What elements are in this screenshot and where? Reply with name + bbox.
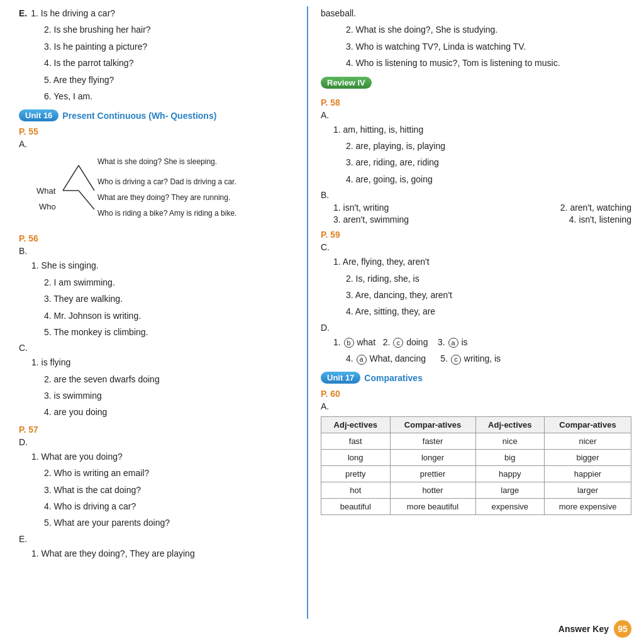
diagram-area: What Who What is she doing? She is sleep… <box>25 153 294 228</box>
rc-item-4: 4. Are, sitting, they, are <box>321 304 631 318</box>
table-header-2: Compar-atives <box>390 417 475 433</box>
page-57: P. 57 <box>19 425 294 435</box>
row2-col4: bigger <box>545 450 631 466</box>
page-number-circle: 95 <box>614 620 631 638</box>
svg-text:What are they doing? They are : What are they doing? They are running. <box>97 193 230 202</box>
row1-col2: faster <box>390 433 475 450</box>
unit16-header: Unit 16 Present Continuous (Wh- Question… <box>19 109 294 121</box>
rd-row1: 1. b what 2. c doing 3. a is <box>321 335 631 349</box>
svg-text:What is she doing? She is slee: What is she doing? She is sleeping. <box>97 157 217 166</box>
table-row: hot hotter large larger <box>321 482 631 499</box>
circle-c2: c <box>451 355 461 365</box>
unit16-badge: Unit 16 <box>19 109 58 121</box>
rc-item-1: 1. Are, flying, they, aren't <box>321 255 631 269</box>
rb-col1-2: 3. aren't, swimming <box>333 214 409 225</box>
comparatives-table-wrapper: Adj-ectives Compar-atives Adj-ectives Co… <box>321 416 631 515</box>
rb-col2-1: 2. aren't, watching <box>560 203 631 213</box>
svg-text:Who is riding a bike? Amy is r: Who is riding a bike? Amy is riding a bi… <box>97 209 236 218</box>
page-55: P. 55 <box>19 126 294 136</box>
section-b-label: B. <box>19 246 294 256</box>
rb-row-2: 3. aren't, swimming 4. isn't, listening <box>321 214 631 225</box>
table-header-4: Compar-atives <box>545 417 631 433</box>
page-58: P. 58 <box>321 97 631 108</box>
section-e-item-6: 6. Yes, I am. <box>19 89 294 103</box>
row3-col3: happy <box>475 466 545 482</box>
right-section-b-label: B. <box>321 190 631 200</box>
table-header-3: Adj-ectives <box>475 417 545 433</box>
unit17-badge: Unit 17 <box>321 372 360 384</box>
right-section-d-label: D. <box>321 323 631 333</box>
row4-col4: larger <box>545 482 631 499</box>
review-iv-badge-container: Review IV <box>321 77 631 92</box>
rb-row-1: 1. isn't, writing 2. aren't, watching <box>321 203 631 213</box>
row2-col1: long <box>321 450 391 466</box>
footer: Answer Key 95 <box>558 620 631 638</box>
right-section-c-label: C. <box>321 242 631 252</box>
table-row: long longer big bigger <box>321 450 631 466</box>
answer-key-label: Answer Key <box>558 624 609 634</box>
c-item-3: 3. is swimming <box>19 389 294 402</box>
row5-col4: more expensive <box>545 499 631 515</box>
row2-col2: longer <box>390 450 475 466</box>
row1-col3: nice <box>475 433 545 450</box>
svg-line-0 <box>63 165 79 191</box>
d-item-3: 3. What is the cat doing? <box>19 483 294 497</box>
table-header-1: Adj-ectives <box>321 417 391 433</box>
circle-a2: a <box>357 355 367 365</box>
svg-text:Who is driving a car? Dad is d: Who is driving a car? Dad is driving a c… <box>97 177 236 186</box>
svg-line-3 <box>79 191 94 209</box>
section-d-label: D. <box>19 437 294 447</box>
svg-text:What: What <box>36 186 56 196</box>
section-e-item-1: 1. Is he driving a car? <box>31 6 115 20</box>
ra-item-2: 2. are, playing, is, playing <box>321 139 631 153</box>
unit17-title: Comparatives <box>364 373 423 383</box>
diagram-svg: What Who What is she doing? She is sleep… <box>25 153 294 228</box>
right-column: baseball. 2. What is she doing?, She is … <box>308 6 644 619</box>
d-item-2: 2. Who is writing an email? <box>19 466 294 480</box>
row3-col1: pretty <box>321 466 391 482</box>
row4-col3: large <box>475 482 545 499</box>
section-e-intro: E. 1. Is he driving a car? 2. Is she bru… <box>19 6 294 103</box>
d-item-5: 5. What are your parents doing? <box>19 516 294 530</box>
ra-item-1: 1. am, hitting, is, hitting <box>321 123 631 136</box>
section-e-item-2: 2. Is she brushing her hair? <box>19 23 294 36</box>
section-e-item-4: 4. Is the parrot talking? <box>19 56 294 70</box>
baseball-text: baseball. <box>321 6 631 20</box>
table-row: beautiful more beautiful expensive more … <box>321 499 631 515</box>
b-item-1: 1. She is singing. <box>19 258 294 272</box>
rc-item-3: 3. Are, dancing, they, aren't <box>321 288 631 302</box>
right-item-3: 3. Who is watching TV?, Linda is watchin… <box>321 40 631 53</box>
review-iv-badge: Review IV <box>321 77 372 89</box>
ra-item-3: 3. are, riding, are, riding <box>321 155 631 169</box>
circle-a: a <box>448 338 458 348</box>
section-e2-label: E. <box>19 534 294 544</box>
b-item-4: 4. Mr. Johnson is writing. <box>19 309 294 323</box>
row5-col3: expensive <box>475 499 545 515</box>
section-c-label: C. <box>19 343 294 353</box>
row5-col1: beautiful <box>321 499 391 515</box>
table-row: fast faster nice nicer <box>321 433 631 450</box>
unit17-header: Unit 17 Comparatives <box>321 372 631 384</box>
row1-col1: fast <box>321 433 391 450</box>
section-e-item-5: 5. Are they flying? <box>19 73 294 87</box>
c-item-2: 2. are the seven dwarfs doing <box>19 372 294 386</box>
row2-col3: big <box>475 450 545 466</box>
unit16-title: Present Continuous (Wh- Questions) <box>62 111 216 121</box>
c-item-1: 1. is flying <box>19 355 294 369</box>
right-section-a2-label: A. <box>321 401 631 411</box>
row4-col1: hot <box>321 482 391 499</box>
rb-col1-1: 1. isn't, writing <box>333 203 389 213</box>
page-60: P. 60 <box>321 389 631 399</box>
d-item-1: 1. What are you doing? <box>19 450 294 464</box>
circle-c: c <box>393 338 403 348</box>
ra-item-4: 4. are, going, is, going <box>321 172 631 186</box>
rd-row2: 4. a What, dancing 5. c writing, is <box>321 352 631 365</box>
section-e-item-3: 3. Is he painting a picture? <box>19 40 294 53</box>
svg-text:Who: Who <box>39 202 56 211</box>
c-item-4: 4. are you doing <box>19 405 294 419</box>
row3-col4: happier <box>545 466 631 482</box>
b-item-2: 2. I am swimming. <box>19 275 294 289</box>
section-e-label: E. <box>19 6 27 20</box>
rb-col2-2: 4. isn't, listening <box>569 214 631 225</box>
right-item-2: 2. What is she doing?, She is studying. <box>321 23 631 36</box>
